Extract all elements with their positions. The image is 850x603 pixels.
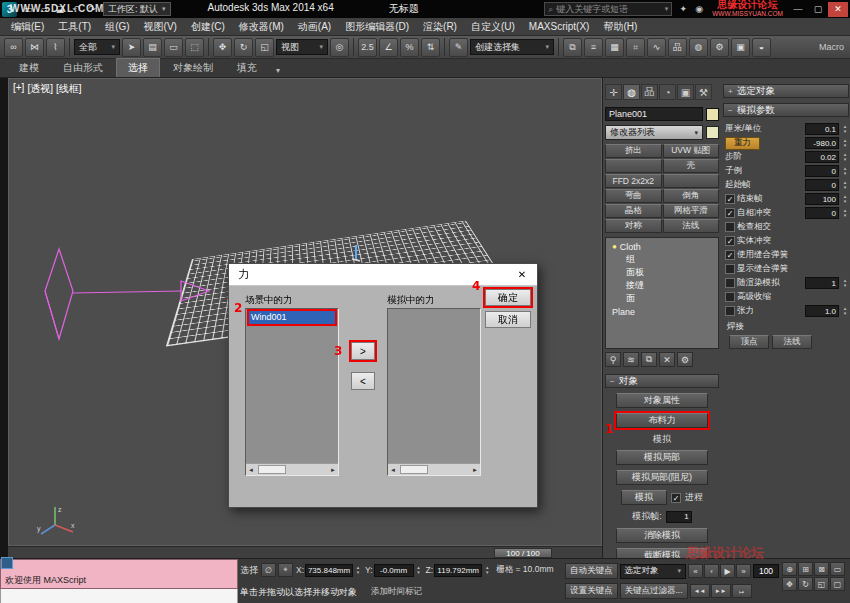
spinner-arrows[interactable]: ▴▾ bbox=[841, 194, 849, 204]
motion-tab[interactable]: ◔ bbox=[659, 84, 676, 100]
select-and-rotate-icon[interactable]: ↻ bbox=[234, 38, 253, 57]
viewport-layout-icon[interactable]: ▢ bbox=[830, 577, 845, 591]
simulate-button[interactable]: 模拟 bbox=[621, 490, 667, 505]
unlink-selection-icon[interactable]: ⋈ bbox=[25, 38, 44, 57]
ribbon-tab[interactable]: 自由形式 bbox=[52, 59, 114, 77]
search-box[interactable]: ⌕ 键入关键字或短语 ▾ bbox=[544, 2, 672, 16]
parameter-checkbox[interactable] bbox=[725, 264, 735, 274]
spinner-arrows[interactable]: ▴▾ bbox=[841, 208, 849, 218]
time-slider-handle[interactable]: 100 / 100 bbox=[494, 548, 552, 558]
named-selection-set-combo[interactable]: 创建选择集 ▾ bbox=[470, 39, 554, 55]
modifier-stack[interactable]: ● Cloth 组 面板 接缝 bbox=[605, 237, 719, 349]
curve-editor-icon[interactable]: ∿ bbox=[647, 38, 666, 57]
spinner-arrows[interactable]: ▴▾ bbox=[841, 180, 849, 190]
graphite-modeling-tools-icon[interactable]: ⌗ bbox=[626, 38, 645, 57]
parameter-checkbox[interactable] bbox=[725, 194, 735, 204]
modifier-pin-box[interactable] bbox=[706, 126, 719, 139]
scrollbar-thumb[interactable] bbox=[258, 465, 286, 474]
modifier-set-button[interactable]: FFD 2x2x2 bbox=[605, 174, 662, 188]
scroll-left-icon[interactable]: ◄ bbox=[390, 467, 396, 473]
scroll-left-icon[interactable]: ◄ bbox=[248, 467, 254, 473]
selection-filter-dropdown[interactable]: 全部 ▾ bbox=[74, 39, 120, 55]
layer-manager-icon[interactable]: ▦ bbox=[605, 38, 624, 57]
zoom-region-icon[interactable]: ▭ bbox=[830, 562, 845, 576]
menu-item[interactable]: MAXScript(X) bbox=[522, 21, 597, 32]
visibility-bulb-icon[interactable]: ● bbox=[612, 242, 617, 251]
spinner-arrows[interactable]: ▴▾ bbox=[841, 152, 849, 162]
menu-item[interactable]: 工具(T) bbox=[51, 20, 98, 34]
parameter-checkbox[interactable] bbox=[725, 208, 735, 218]
select-and-link-icon[interactable]: ∞ bbox=[4, 38, 23, 57]
listener-pane[interactable] bbox=[0, 589, 238, 603]
spinner-arrows[interactable]: ▴▾ bbox=[841, 166, 849, 176]
sign-in-icon[interactable]: ✦ bbox=[675, 2, 691, 17]
dialog-close-button[interactable]: ✕ bbox=[507, 264, 537, 286]
modifier-set-button[interactable]: 对称 bbox=[605, 219, 662, 233]
spinner-arrows[interactable]: ▴▾ bbox=[483, 565, 491, 575]
menu-item[interactable]: 修改器(M) bbox=[232, 20, 291, 34]
parameter-checkbox[interactable] bbox=[725, 278, 735, 288]
gravity-button[interactable]: 重力 bbox=[725, 137, 760, 150]
object-color-swatch[interactable] bbox=[706, 108, 719, 121]
display-tab[interactable]: ▣ bbox=[677, 84, 694, 100]
key-filter-dropdown[interactable]: 选定对象 ▾ bbox=[620, 564, 687, 579]
show-end-result-icon[interactable]: ≋ bbox=[623, 352, 639, 367]
scroll-right-icon[interactable]: ► bbox=[472, 467, 478, 473]
zoom-all-icon[interactable]: ⊞ bbox=[798, 562, 813, 576]
select-and-move-icon[interactable]: ✥ bbox=[213, 38, 232, 57]
ok-button[interactable]: 确定 bbox=[485, 289, 531, 306]
y-coordinate-field[interactable]: -0.0mm bbox=[374, 564, 414, 577]
select-object-icon[interactable]: ➤ bbox=[122, 38, 141, 57]
weld-option-button[interactable]: 法线 bbox=[772, 335, 812, 349]
material-editor-icon[interactable]: ◍ bbox=[689, 38, 708, 57]
pin-stack-icon[interactable]: ⚲ bbox=[605, 352, 621, 367]
go-to-end-icon[interactable]: » bbox=[736, 564, 751, 578]
modifier-set-button[interactable]: 晶格 bbox=[605, 204, 662, 218]
spinner-arrows[interactable]: ▴▾ bbox=[841, 138, 849, 148]
schematic-view-icon[interactable]: 品 bbox=[668, 38, 687, 57]
auto-key-button[interactable]: 自动关键点 bbox=[565, 563, 618, 579]
pan-icon[interactable]: ✥ bbox=[782, 577, 797, 591]
key-filters-button[interactable]: 关键点过滤器... bbox=[620, 583, 688, 599]
simulate-local-damped-button[interactable]: 模拟局部(阻尼) bbox=[616, 470, 708, 485]
modifier-stack-item[interactable]: 组 bbox=[608, 253, 716, 266]
sim-forces-list[interactable]: ◄ ► bbox=[387, 308, 481, 476]
macro-recorder-pane[interactable]: 欢迎使用 MAXScript bbox=[0, 559, 238, 589]
key-step-forward-icon[interactable]: ►► bbox=[711, 584, 731, 598]
reference-coordinate-dropdown[interactable]: 视图 ▾ bbox=[276, 39, 328, 55]
modifier-set-button[interactable]: 壳 bbox=[663, 159, 720, 173]
modifier-stack-item[interactable]: 面 bbox=[608, 292, 716, 305]
parameter-value[interactable]: 0 bbox=[805, 165, 839, 177]
modifier-list-dropdown[interactable]: 修改器列表 ▾ bbox=[605, 125, 703, 140]
ribbon-collapse-icon[interactable]: ▾ bbox=[270, 64, 286, 77]
parameter-checkbox[interactable] bbox=[725, 306, 735, 316]
window-crossing-toggle-icon[interactable]: ⬚ bbox=[185, 38, 204, 57]
ribbon-tab[interactable]: 建模 bbox=[8, 59, 50, 77]
x-coordinate-field[interactable]: 735.848mm bbox=[305, 564, 353, 577]
modifier-set-button[interactable]: 挤出 bbox=[605, 144, 662, 158]
use-pivot-point-center-icon[interactable]: ◎ bbox=[330, 38, 349, 57]
simulation-parameters-rollout-header[interactable]: − 模拟参数 bbox=[723, 103, 849, 117]
modify-tab[interactable]: ◍ bbox=[623, 84, 640, 100]
modifier-stack-item[interactable]: ● Cloth bbox=[608, 240, 716, 253]
menu-item[interactable]: 自定义(U) bbox=[464, 20, 522, 34]
selection-lock-toggle-icon[interactable]: ∅ bbox=[261, 563, 276, 577]
parameter-value[interactable]: 1.0 bbox=[805, 305, 839, 317]
parameter-value[interactable]: 0.1 bbox=[805, 123, 839, 135]
add-time-tag[interactable]: 添加时间标记 bbox=[371, 586, 422, 598]
scene-forces-list[interactable]: ◄ ► Wind001 bbox=[245, 308, 339, 476]
parameter-value[interactable]: 100 bbox=[805, 193, 839, 205]
cancel-button[interactable]: 取消 bbox=[485, 311, 531, 328]
parameter-value[interactable]: -980.0 bbox=[805, 137, 839, 149]
parameter-value[interactable]: 0.02 bbox=[805, 151, 839, 163]
horizontal-scrollbar[interactable]: ◄ ► bbox=[246, 463, 338, 475]
parameter-checkbox[interactable] bbox=[725, 222, 735, 232]
percent-snap-toggle-icon[interactable]: % bbox=[400, 38, 419, 57]
ribbon-tab[interactable]: 填充 bbox=[226, 59, 268, 77]
create-tab[interactable]: ✛ bbox=[605, 84, 622, 100]
menu-item[interactable]: 编辑(E) bbox=[4, 20, 51, 34]
spinner-arrows[interactable]: ▴▾ bbox=[415, 565, 423, 575]
parameter-checkbox[interactable] bbox=[725, 236, 735, 246]
ribbon-tab[interactable]: 选择 bbox=[116, 58, 160, 77]
modifier-set-button[interactable] bbox=[663, 174, 720, 188]
